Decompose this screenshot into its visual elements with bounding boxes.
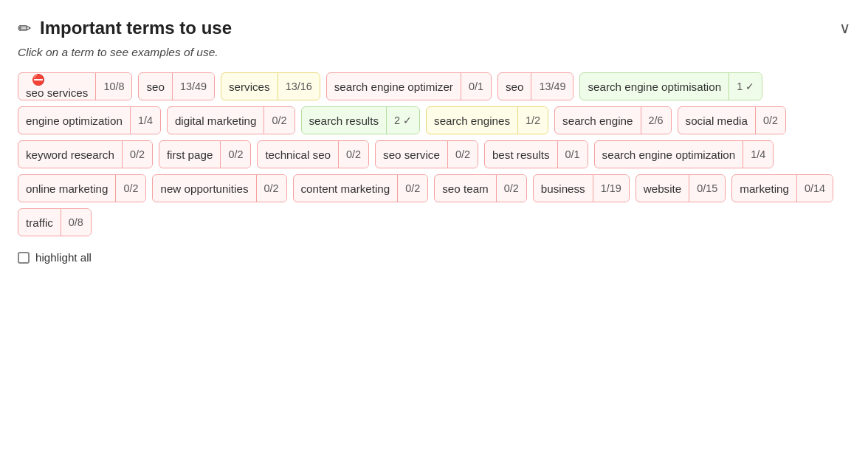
terms-container: ⛔seo services10/8seo13/49services13/16se… xyxy=(18,72,850,236)
term-label: search results xyxy=(302,114,387,127)
term-count: 2 ✓ xyxy=(386,107,419,134)
term-pill[interactable]: seo13/49 xyxy=(497,72,574,100)
term-pill[interactable]: seo team0/2 xyxy=(434,174,527,202)
term-label: search engine optimizer xyxy=(327,81,461,93)
term-count: 0/2 xyxy=(447,141,478,168)
section-header: ✏ Important terms to use ∨ xyxy=(18,18,850,38)
term-count: 0/14 xyxy=(796,175,833,202)
term-count: 1/4 xyxy=(743,141,773,168)
term-count: 0/1 xyxy=(461,73,491,100)
term-count: 2/6 xyxy=(641,107,671,134)
term-label: traffic xyxy=(18,216,61,229)
term-count: 0/1 xyxy=(557,141,588,168)
pencil-icon: ✏ xyxy=(18,18,31,38)
term-count: 0/2 xyxy=(220,141,250,168)
term-label: first page xyxy=(159,148,220,161)
term-count: 1 ✓ xyxy=(728,73,762,100)
term-label: seo service xyxy=(376,148,447,161)
term-pill[interactable]: engine optimization1/4 xyxy=(18,106,161,134)
term-count: 0/2 xyxy=(115,175,145,202)
term-count: 0/2 xyxy=(264,107,294,134)
term-pill[interactable]: technical seo0/2 xyxy=(257,140,369,168)
error-icon: ⛔ xyxy=(32,74,85,86)
term-label: digital marketing xyxy=(168,114,264,127)
term-count: 0/2 xyxy=(338,141,368,168)
term-pill[interactable]: seo service0/2 xyxy=(375,140,478,168)
term-pill[interactable]: search engine2/6 xyxy=(554,106,671,134)
term-pill[interactable]: new opportunities0/2 xyxy=(152,174,286,202)
term-pill[interactable]: first page0/2 xyxy=(159,140,252,168)
term-count: 1/4 xyxy=(130,107,160,134)
term-count: 0/2 xyxy=(122,141,152,168)
term-pill[interactable]: search engines1/2 xyxy=(426,106,548,134)
term-label: search engine optimisation xyxy=(580,81,728,93)
term-pill[interactable]: traffic0/8 xyxy=(18,208,92,236)
term-pill[interactable]: best results0/1 xyxy=(484,140,588,168)
footer-row: highlight all xyxy=(18,251,850,264)
term-label: technical seo xyxy=(258,148,338,161)
subtitle-text: Click on a term to see examples of use. xyxy=(18,46,850,59)
term-pill[interactable]: ⛔seo services10/8 xyxy=(18,72,132,100)
term-pill[interactable]: search engine optimisation1 ✓ xyxy=(579,72,762,100)
term-pill[interactable]: online marketing0/2 xyxy=(18,174,146,202)
term-pill[interactable]: business1/19 xyxy=(533,174,630,202)
term-count: 0/2 xyxy=(755,107,785,134)
term-count: 1/2 xyxy=(517,107,548,134)
term-count: 13/49 xyxy=(172,73,214,100)
term-count: 0/2 xyxy=(397,175,427,202)
term-pill[interactable]: services13/16 xyxy=(221,72,320,100)
term-label: online marketing xyxy=(18,182,115,195)
highlight-all-checkbox[interactable] xyxy=(18,252,30,264)
section-title: Important terms to use xyxy=(40,18,232,38)
term-label: seo xyxy=(498,81,531,93)
term-label: social media xyxy=(678,114,755,127)
chevron-down-icon[interactable]: ∨ xyxy=(839,19,850,37)
term-label: search engine xyxy=(555,114,640,127)
term-count: 0/2 xyxy=(496,175,526,202)
term-pill[interactable]: website0/15 xyxy=(636,174,726,202)
term-count: 10/8 xyxy=(95,73,131,100)
term-count: 1/19 xyxy=(593,175,629,202)
term-pill[interactable]: keyword research0/2 xyxy=(18,140,153,168)
term-label: search engine optimization xyxy=(595,148,743,161)
term-label: business xyxy=(534,182,593,195)
term-label: ⛔seo services xyxy=(18,74,95,99)
term-count: 0/15 xyxy=(689,175,725,202)
term-label: website xyxy=(636,182,689,195)
term-pill[interactable]: marketing0/14 xyxy=(731,174,833,202)
highlight-all-label: highlight all xyxy=(35,251,92,264)
term-pill[interactable]: search results2 ✓ xyxy=(301,106,421,134)
term-label: engine optimization xyxy=(18,114,130,127)
term-pill[interactable]: seo13/49 xyxy=(138,72,215,100)
term-pill[interactable]: search engine optimization1/4 xyxy=(594,140,774,168)
term-label: keyword research xyxy=(18,148,122,161)
term-count: 13/16 xyxy=(278,73,320,100)
term-count: 0/2 xyxy=(256,175,286,202)
term-label: seo xyxy=(139,81,172,93)
term-count: 0/8 xyxy=(61,209,91,236)
term-label: best results xyxy=(485,148,557,161)
term-count: 13/49 xyxy=(531,73,573,100)
term-pill[interactable]: digital marketing0/2 xyxy=(167,106,295,134)
term-label: search engines xyxy=(427,114,517,127)
term-pill[interactable]: social media0/2 xyxy=(678,106,786,134)
term-label: content marketing xyxy=(294,182,398,195)
term-label: marketing xyxy=(732,182,796,195)
term-pill[interactable]: content marketing0/2 xyxy=(293,174,429,202)
term-label: seo team xyxy=(435,182,495,195)
term-label: services xyxy=(221,81,278,93)
term-pill[interactable]: search engine optimizer0/1 xyxy=(326,72,492,100)
term-label: new opportunities xyxy=(153,182,255,195)
